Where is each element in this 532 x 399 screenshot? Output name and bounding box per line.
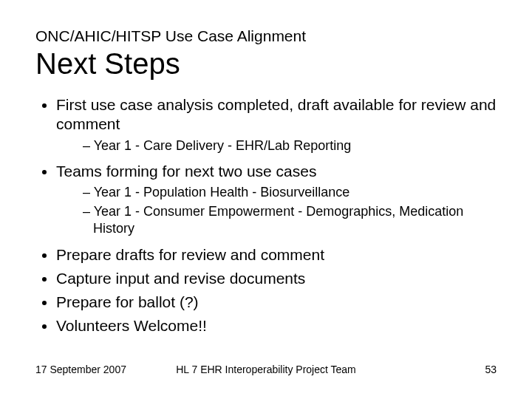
bullet-item: First use case analysis completed, draft…	[56, 95, 497, 154]
bullet-text: Teams forming for next two use cases	[56, 163, 316, 180]
sub-bullet-list: Year 1 - Care Delivery - EHR/Lab Reporti…	[56, 137, 497, 154]
slide-footer: 17 September 2007 HL 7 EHR Interoperabil…	[35, 364, 497, 375]
footer-date: 17 September 2007	[35, 364, 126, 375]
slide-supertitle: ONC/AHIC/HITSP Use Case Alignment	[35, 27, 497, 45]
bullet-list: First use case analysis completed, draft…	[35, 95, 497, 335]
slide-title: Next Steps	[35, 47, 497, 81]
bullet-item: Prepare for ballot (?)	[56, 293, 497, 312]
bullet-item: Volunteers Welcome!!	[56, 316, 497, 335]
sub-bullet-item: Year 1 - Population Health - Biosurveill…	[83, 184, 497, 201]
bullet-item: Capture input and revise documents	[56, 269, 497, 288]
slide: ONC/AHIC/HITSP Use Case Alignment Next S…	[0, 0, 532, 399]
bullet-text: First use case analysis completed, draft…	[56, 96, 496, 132]
bullet-item: Prepare drafts for review and comment	[56, 245, 497, 265]
sub-bullet-list: Year 1 - Population Health - Biosurveill…	[56, 184, 497, 237]
sub-bullet-item: Year 1 - Consumer Empowerment - Demograp…	[83, 203, 497, 238]
footer-page: 53	[485, 364, 497, 375]
sub-bullet-item: Year 1 - Care Delivery - EHR/Lab Reporti…	[83, 137, 497, 154]
bullet-item: Teams forming for next two use cases Yea…	[56, 162, 497, 237]
